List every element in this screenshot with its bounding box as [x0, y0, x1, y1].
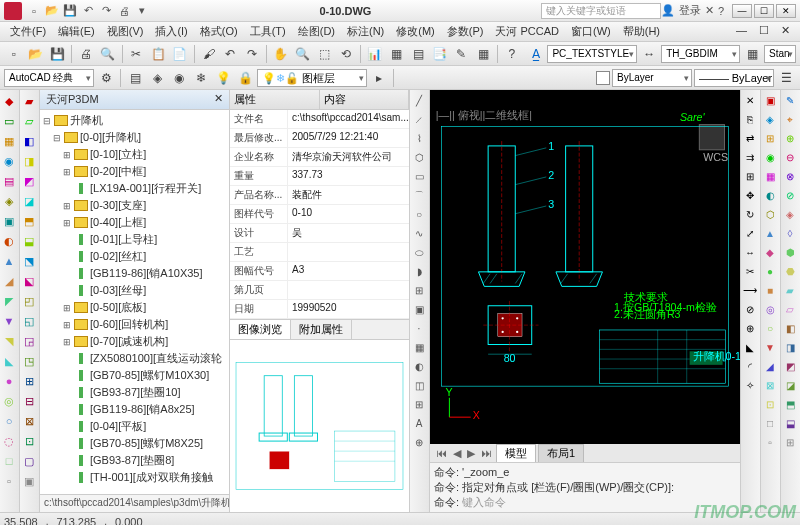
- tool-icon[interactable]: ◆: [761, 244, 779, 261]
- point-icon[interactable]: ·: [410, 320, 428, 337]
- spline-icon[interactable]: ∿: [410, 225, 428, 242]
- menu-view[interactable]: 视图(V): [101, 22, 150, 41]
- tree-node[interactable]: ⊞[0-50][底板]: [42, 299, 227, 316]
- tool-icon[interactable]: ◪: [20, 192, 38, 210]
- dimstyle-icon[interactable]: ↔: [639, 44, 659, 64]
- layer-freeze-button[interactable]: ❄: [191, 68, 211, 88]
- property-row[interactable]: 图样代号0-10: [230, 205, 409, 224]
- tool-icon[interactable]: ▫: [761, 434, 779, 451]
- tool-icon[interactable]: ⊞: [761, 130, 779, 147]
- menu-dim[interactable]: 标注(N): [341, 22, 390, 41]
- workspace-settings-icon[interactable]: ⚙: [96, 68, 116, 88]
- layer-off-button[interactable]: 💡: [213, 68, 233, 88]
- tool-icon[interactable]: □: [761, 415, 779, 432]
- addsel-icon[interactable]: ⊕: [410, 434, 428, 451]
- tool-icon[interactable]: ◨: [20, 152, 38, 170]
- minimize-button[interactable]: —: [732, 4, 752, 18]
- tree-node[interactable]: [0-03][丝母]: [42, 282, 227, 299]
- tool-icon[interactable]: ▼: [0, 312, 18, 330]
- new-icon[interactable]: ▫: [26, 3, 42, 19]
- tool-icon[interactable]: ■: [761, 282, 779, 299]
- login-label[interactable]: 登录: [679, 3, 701, 18]
- copy-button[interactable]: 📋: [148, 44, 168, 64]
- tool-icon[interactable]: ◧: [781, 320, 799, 337]
- rotate-icon[interactable]: ↻: [741, 206, 759, 223]
- tool-icon[interactable]: ▦: [0, 132, 18, 150]
- scale-icon[interactable]: ⤢: [741, 225, 759, 242]
- tablestyle-icon[interactable]: ▦: [742, 44, 762, 64]
- open-icon[interactable]: 📂: [44, 3, 60, 19]
- tool-icon[interactable]: ◐: [761, 187, 779, 204]
- preview-button[interactable]: 🔍: [98, 44, 118, 64]
- tree-node[interactable]: [0-02][丝杠]: [42, 248, 227, 265]
- insert-icon[interactable]: ⊞: [410, 282, 428, 299]
- tool-icon[interactable]: ⊗: [781, 168, 799, 185]
- tab-first-icon[interactable]: ⏮: [434, 447, 449, 459]
- assembly-tree[interactable]: ⊟升降机 ⊟[0-0][升降机]⊞[0-10][立柱]⊞[0-20][中框][L…: [40, 110, 229, 494]
- color-swatch[interactable]: [596, 71, 610, 85]
- ellipse-arc-icon[interactable]: ◗: [410, 263, 428, 280]
- hatch-icon[interactable]: ▦: [410, 339, 428, 356]
- zoom-button[interactable]: 🔍: [293, 44, 313, 64]
- property-row[interactable]: 重量337.73: [230, 167, 409, 186]
- tab-extra-props[interactable]: 附加属性: [291, 320, 352, 339]
- tool-icon[interactable]: ◤: [0, 292, 18, 310]
- tool-icon[interactable]: ◉: [0, 152, 18, 170]
- copy-obj-icon[interactable]: ⎘: [741, 111, 759, 128]
- tool-icon[interactable]: ⬒: [20, 212, 38, 230]
- mdi-close-icon[interactable]: ✕: [775, 22, 796, 41]
- tool-icon[interactable]: ▣: [20, 472, 38, 490]
- tree-node[interactable]: [ZX5080100][直线运动滚轮: [42, 350, 227, 367]
- tool-icon[interactable]: ▦: [761, 168, 779, 185]
- markup-button[interactable]: ✎: [452, 44, 472, 64]
- tool-icon[interactable]: ⬒: [781, 396, 799, 413]
- tool-icon[interactable]: ◈: [0, 192, 18, 210]
- tool-icon[interactable]: ◧: [20, 132, 38, 150]
- tree-node[interactable]: [GB70-85][螺钉M10X30]: [42, 367, 227, 384]
- pline-icon[interactable]: ⟋: [410, 111, 428, 128]
- chamfer-icon[interactable]: ◣: [741, 339, 759, 356]
- tool-icon[interactable]: ▤: [0, 172, 18, 190]
- save-icon[interactable]: 💾: [62, 3, 78, 19]
- tablestyle-combo[interactable]: Stan: [764, 45, 796, 63]
- tool-icon[interactable]: □: [0, 452, 18, 470]
- cmd-input[interactable]: 键入命令: [462, 496, 506, 508]
- explode-icon[interactable]: ✧: [741, 377, 759, 394]
- tree-panel-close-icon[interactable]: ✕: [214, 92, 223, 107]
- tab-image-preview[interactable]: 图像浏览: [230, 320, 291, 339]
- help-icon[interactable]: ?: [718, 5, 724, 17]
- calc-button[interactable]: ▦: [473, 44, 493, 64]
- menu-pccad[interactable]: 天河 PCCAD: [489, 22, 565, 41]
- stretch-icon[interactable]: ↔: [741, 244, 759, 261]
- table-icon[interactable]: ⊞: [410, 396, 428, 413]
- tool-icon[interactable]: ◈: [761, 111, 779, 128]
- tab-model[interactable]: 模型: [496, 444, 536, 463]
- textstyle-icon[interactable]: A̲: [526, 44, 546, 64]
- property-row[interactable]: 日期19990520: [230, 300, 409, 319]
- zoom-prev-button[interactable]: ⟲: [336, 44, 356, 64]
- tree-node[interactable]: ⊟[0-0][升降机]: [42, 129, 227, 146]
- join-icon[interactable]: ⊕: [741, 320, 759, 337]
- tool-icon[interactable]: ◱: [20, 312, 38, 330]
- property-row[interactable]: 产品名称...装配件: [230, 186, 409, 205]
- tool-icon[interactable]: ◉: [761, 149, 779, 166]
- tool-icon[interactable]: ▰: [781, 282, 799, 299]
- rectangle-icon[interactable]: ▭: [410, 168, 428, 185]
- color-combo[interactable]: ByLayer: [612, 69, 692, 87]
- gradient-icon[interactable]: ◐: [410, 358, 428, 375]
- tool-icon[interactable]: ◈: [781, 206, 799, 223]
- tree-node[interactable]: ⊞[0-60][回转机构]: [42, 316, 227, 333]
- tool-icon[interactable]: ○: [0, 412, 18, 430]
- trim-icon[interactable]: ✂: [741, 263, 759, 280]
- tool-icon[interactable]: ●: [0, 372, 18, 390]
- tool-icon[interactable]: ◳: [20, 352, 38, 370]
- tool-icon[interactable]: ◲: [20, 332, 38, 350]
- exchange-icon[interactable]: ✕: [705, 4, 714, 17]
- tool-icon[interactable]: ▲: [0, 252, 18, 270]
- tree-node[interactable]: ⊞[0-40][上框]: [42, 214, 227, 231]
- tool-icon[interactable]: ⬢: [781, 244, 799, 261]
- layer-combo[interactable]: 💡❄🔓 图框层: [257, 69, 367, 87]
- tree-node[interactable]: [0-04][平板]: [42, 418, 227, 435]
- property-row[interactable]: 设计吴: [230, 224, 409, 243]
- tool-icon[interactable]: ⬔: [20, 252, 38, 270]
